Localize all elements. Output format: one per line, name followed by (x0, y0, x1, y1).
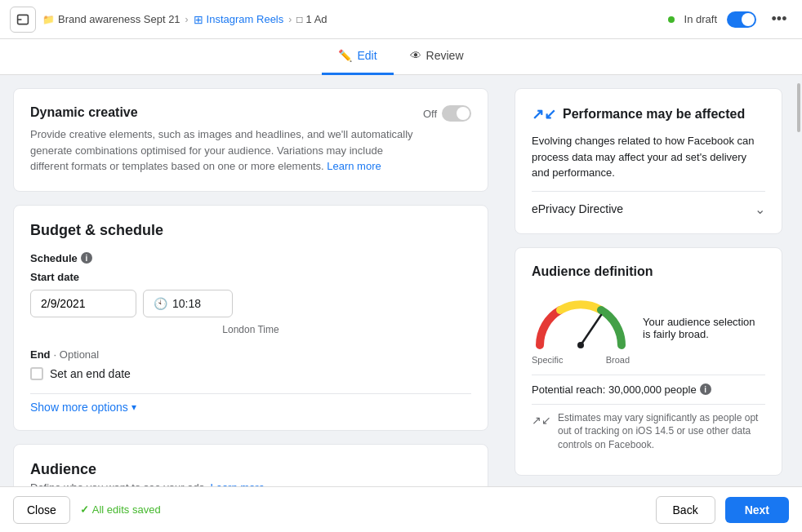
breadcrumb-sep-1: › (185, 14, 189, 25)
audience-card: Audience Define who you want to see your… (13, 444, 488, 487)
optional-text: · Optional (54, 348, 100, 361)
svg-line-2 (581, 315, 601, 345)
eprivacy-chevron: ⌄ (755, 202, 765, 217)
gauge-container: Specific Broad Your audience selection i… (532, 292, 765, 365)
reach-info-icon[interactable]: i (700, 383, 711, 395)
breadcrumb-adset[interactable]: ⊞ Instagram Reels (194, 13, 284, 26)
gauge-wrapper: Specific Broad (532, 292, 630, 365)
clock-icon: 🕙 (154, 297, 167, 310)
potential-reach: Potential reach: 30,000,000 people i (532, 375, 765, 404)
edit-icon: ✏️ (338, 49, 352, 62)
estimates-icon: ↗↙ (532, 413, 551, 429)
audience-description: Define who you want to see your ads. Lea… (30, 481, 471, 487)
breadcrumb: 📁 Brand awareness Sept 21 › ⊞ Instagram … (42, 13, 327, 26)
performance-card: ↗↙ Performance may be affected Evolving … (515, 88, 782, 234)
estimates-text: ↗↙ Estimates may vary significantly as p… (532, 404, 765, 459)
dynamic-creative-description: Provide creative elements, such as image… (30, 126, 423, 175)
show-more-options-button[interactable]: Show more options ▾ (30, 401, 136, 414)
divider (30, 393, 471, 394)
budget-section-title: Budget & schedule (30, 222, 471, 239)
bottom-bar: Close ✓ All edits saved Back Next (0, 486, 802, 532)
dynamic-creative-toggle-area: Off (423, 105, 471, 122)
eprivacy-label: ePrivacy Directive (532, 202, 623, 215)
start-date-input[interactable] (30, 290, 136, 317)
schedule-label: Schedule i (30, 252, 471, 264)
scrollbar-thumb[interactable] (797, 83, 800, 132)
end-label: End · Optional (30, 348, 471, 361)
dynamic-creative-title: Dynamic creative (30, 105, 423, 120)
dynamic-creative-info: Dynamic creative Provide creative elemen… (30, 105, 423, 175)
tab-bar: ✏️ Edit 👁 Review (0, 39, 802, 75)
campaign-icon: 📁 (42, 14, 55, 25)
chevron-down-icon: ▾ (131, 401, 136, 413)
top-navigation: 📁 Brand awareness Sept 21 › ⊞ Instagram … (0, 0, 802, 39)
review-icon: 👁 (410, 49, 421, 62)
back-button[interactable]: Back (656, 496, 715, 524)
specific-label: Specific (532, 355, 564, 365)
main-layout: Dynamic creative Provide creative elemen… (0, 75, 802, 486)
close-button[interactable]: Close (13, 496, 70, 524)
svg-point-3 (577, 342, 584, 348)
audience-def-title: Audience definition (532, 264, 765, 279)
performance-title: Performance may be affected (563, 107, 745, 122)
status-text: In draft (684, 13, 717, 25)
audience-title: Audience (30, 461, 471, 478)
breadcrumb-campaign[interactable]: 📁 Brand awareness Sept 21 (42, 13, 180, 25)
breadcrumb-ad[interactable]: □ 1 Ad (296, 13, 327, 25)
more-options-button[interactable]: ••• (766, 7, 792, 33)
toggle-off-label: Off (423, 108, 437, 120)
end-date-checkbox[interactable] (30, 367, 43, 380)
end-date-checkbox-row: Set an end date (30, 367, 471, 380)
left-panel: Dynamic creative Provide creative elemen… (0, 75, 501, 486)
timezone-text: London Time (30, 324, 471, 335)
check-icon: ✓ (80, 503, 89, 516)
performance-icon: ↗↙ (532, 105, 556, 123)
saved-status: ✓ All edits saved (80, 503, 161, 516)
breadcrumb-sep-2: › (288, 14, 292, 25)
performance-header: ↗↙ Performance may be affected (532, 105, 765, 123)
dynamic-creative-toggle[interactable] (442, 105, 471, 122)
tab-edit[interactable]: ✏️ Edit (322, 39, 393, 75)
schedule-info-icon[interactable]: i (81, 252, 92, 264)
ad-icon: □ (296, 14, 302, 25)
start-time-input[interactable]: 🕙 10:18 (143, 290, 233, 317)
budget-schedule-card: Budget & schedule Schedule i Start date … (13, 205, 488, 431)
performance-body: Evolving changes related to how Facebook… (532, 133, 765, 181)
adset-icon: ⊞ (194, 13, 203, 26)
nav-toggle-switch[interactable] (727, 11, 756, 28)
tab-review[interactable]: 👁 Review (394, 39, 480, 75)
scrollbar-edge (795, 75, 802, 486)
dynamic-creative-learn-more[interactable]: Learn more (327, 160, 381, 172)
right-panel: ↗↙ Performance may be affected Evolving … (501, 75, 795, 486)
gauge-labels: Specific Broad (532, 355, 630, 365)
status-dot (668, 16, 675, 23)
menu-toggle[interactable] (10, 7, 36, 33)
audience-learn-more[interactable]: Learn more (210, 481, 264, 487)
gauge-svg (532, 292, 630, 351)
end-section: End · Optional Set an end date (30, 348, 471, 380)
date-time-row: 🕙 10:18 (30, 290, 471, 317)
next-button[interactable]: Next (725, 497, 789, 523)
set-end-date-label: Set an end date (50, 367, 131, 380)
dynamic-creative-card: Dynamic creative Provide creative elemen… (13, 88, 488, 192)
start-date-label: Start date (30, 271, 471, 283)
dynamic-creative-header: Dynamic creative Provide creative elemen… (30, 105, 471, 175)
broad-label: Broad (606, 355, 630, 365)
audience-definition-card: Audience definition (515, 247, 782, 476)
eprivacy-row[interactable]: ePrivacy Directive ⌄ (532, 191, 765, 217)
audience-desc-text: Your audience selection is fairly broad. (643, 316, 765, 340)
nav-right: In draft ••• (668, 7, 792, 33)
